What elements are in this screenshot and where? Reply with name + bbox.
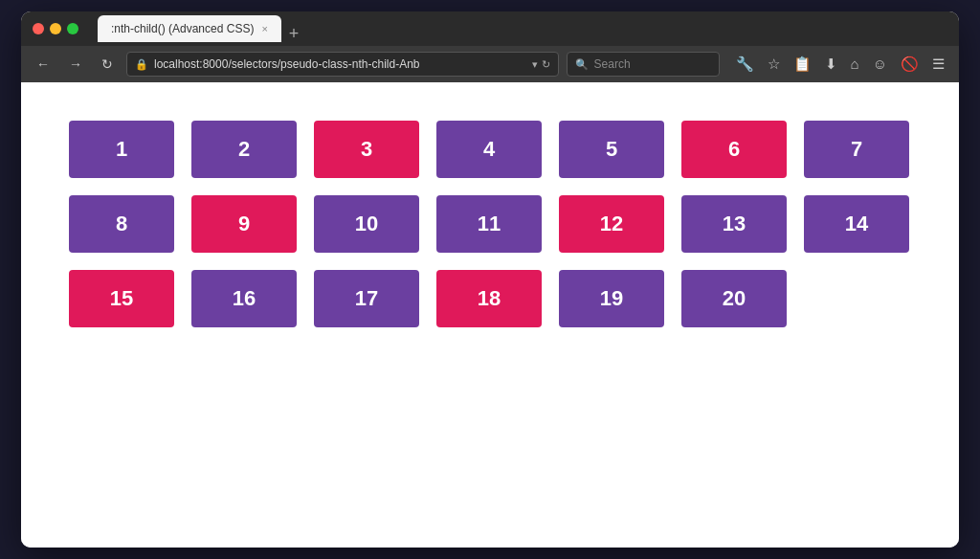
title-bar: :nth-child() (Advanced CSS) × + bbox=[21, 11, 959, 46]
close-button[interactable] bbox=[33, 23, 44, 34]
grid-box: 12 bbox=[559, 195, 664, 253]
menu-icon[interactable]: ☰ bbox=[927, 53, 949, 76]
grid-box: 11 bbox=[436, 195, 542, 253]
grid-box: 9 bbox=[191, 195, 297, 253]
wrench-icon[interactable]: 🔧 bbox=[731, 53, 759, 76]
grid-box: 19 bbox=[559, 270, 664, 327]
reload-button[interactable]: ↻ bbox=[96, 53, 119, 76]
back-button[interactable]: ← bbox=[31, 53, 56, 76]
grid-box: 8 bbox=[69, 195, 174, 253]
tab-close-button[interactable]: × bbox=[261, 23, 267, 34]
grid-box: 20 bbox=[681, 270, 787, 327]
browser-window: :nth-child() (Advanced CSS) × + ← → ↻ 🔒 … bbox=[21, 11, 959, 548]
address-text: localhost:8000/selectors/pseudo-class-nt… bbox=[154, 57, 526, 71]
address-controls: ▾ ↻ bbox=[532, 58, 550, 71]
grid-box: 10 bbox=[314, 195, 419, 253]
search-icon: 🔍 bbox=[575, 58, 589, 71]
grid-box: 5 bbox=[559, 121, 664, 178]
grid-box: 16 bbox=[191, 270, 297, 327]
search-input[interactable] bbox=[594, 57, 711, 71]
lock-icon: 🔒 bbox=[135, 58, 148, 71]
grid-box: 7 bbox=[804, 121, 909, 178]
reload-icon[interactable]: ↻ bbox=[542, 58, 550, 71]
new-tab-button[interactable]: + bbox=[281, 25, 307, 42]
traffic-lights bbox=[33, 23, 78, 34]
emoji-icon[interactable]: ☺ bbox=[868, 53, 892, 76]
grid-box: 17 bbox=[314, 270, 419, 327]
grid-box: 15 bbox=[69, 270, 174, 327]
star-icon[interactable]: ☆ bbox=[763, 53, 785, 76]
dropdown-icon[interactable]: ▾ bbox=[532, 58, 538, 71]
minimize-button[interactable] bbox=[50, 23, 61, 34]
grid-box: 4 bbox=[436, 121, 542, 178]
grid-box: 6 bbox=[681, 121, 787, 178]
grid-box: 13 bbox=[681, 195, 787, 253]
toolbar-icons: 🔧 ☆ 📋 ⬇ ⌂ ☺ 🚫 ☰ bbox=[731, 53, 949, 76]
page-content: 1234567891011121314151617181920 bbox=[21, 82, 959, 548]
address-bar[interactable]: 🔒 localhost:8000/selectors/pseudo-class-… bbox=[126, 52, 559, 77]
grid-box: 3 bbox=[314, 121, 419, 178]
download-icon[interactable]: ⬇ bbox=[820, 53, 842, 76]
nav-bar: ← → ↻ 🔒 localhost:8000/selectors/pseudo-… bbox=[21, 46, 959, 82]
grid-box: 14 bbox=[804, 195, 909, 253]
grid-box: 2 bbox=[191, 121, 297, 178]
search-bar[interactable]: 🔍 bbox=[567, 52, 720, 77]
grid-box: 18 bbox=[436, 270, 542, 327]
home-icon[interactable]: ⌂ bbox=[846, 53, 864, 76]
bookmarks-icon[interactable]: 📋 bbox=[789, 53, 816, 76]
tab-title: :nth-child() (Advanced CSS) bbox=[111, 22, 254, 35]
maximize-button[interactable] bbox=[67, 23, 78, 34]
grid-container: 1234567891011121314151617181920 bbox=[69, 121, 911, 327]
restricted-icon[interactable]: 🚫 bbox=[896, 53, 924, 76]
tabs-area: :nth-child() (Advanced CSS) × + bbox=[98, 15, 947, 42]
active-tab[interactable]: :nth-child() (Advanced CSS) × bbox=[98, 15, 281, 42]
grid-box: 1 bbox=[69, 121, 174, 178]
forward-button[interactable]: → bbox=[63, 53, 88, 76]
